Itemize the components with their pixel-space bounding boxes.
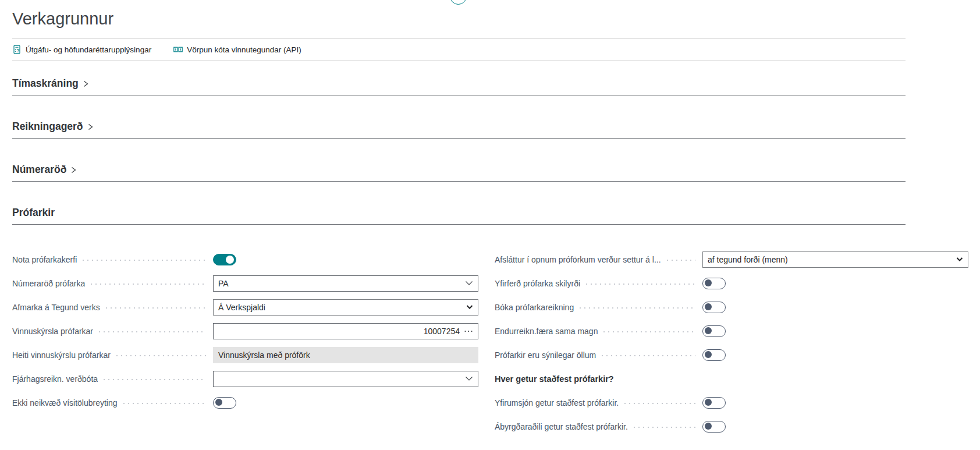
field-label: Yfirumsjón getur staðfest prófarkir. [495,398,619,408]
divider [12,60,906,61]
section-header-profarkir[interactable]: Prófarkir [12,207,55,219]
toggle-abyrgdaradili-getur-stadfest[interactable] [702,421,726,433]
chevron-right-icon [87,122,94,132]
section-numerarod: Númeraröð [12,164,906,182]
group-subheader: Hver getur staðfest prófarkir? [495,374,614,384]
action-worktype-mapping[interactable]: Vörpun kóta vinnutegundar (API) [173,45,301,54]
section-header-numerarod[interactable]: Númeraröð [12,164,77,176]
field-row-heiti-vinnuskyrslu: Heiti vinnuskýrslu prófarkar Vinnuskýrsl… [12,343,478,367]
heiti-vinnuskyrslu-field: Vinnuskýrsla með próförk [213,347,478,363]
action-bar: ? Útgáfu- og höfundaréttarupplýsingar Vö… [12,39,906,60]
field-row-yfirferd-skilyrdi: Yfirferð prófarka skilyrði [495,271,968,295]
toggle-nota-profarkakerfi[interactable] [213,254,236,265]
field-label: Nota prófarkakerfi [12,255,77,264]
dotted-leader [104,379,206,380]
toggle-profarkir-eru-synilegar-ollum[interactable] [702,349,726,361]
toggle-yfirferd-profarka-skilyrdi[interactable] [702,278,726,289]
fields-column-left: Nota prófarkakerfi Númeraröð prófarka [12,247,478,438]
section-profarkir: Prófarkir Nota prófarkakerfi [12,207,906,438]
section-rule [12,138,906,139]
afslattur-select[interactable]: af tegund forði (menn) [702,251,968,268]
select-value: Á Verkspjaldi [218,303,265,312]
field-label: Ábyrgðaraðili getur staðfest prófarkir. [495,422,628,431]
profarkir-fields: Nota prófarkakerfi Númeraröð prófarka [12,247,906,438]
chevron-down-icon [466,304,473,310]
dotted-leader [99,331,206,332]
vinnuskyrsla-profarkar-input[interactable] [218,327,460,336]
field-label: Yfirferð prófarka skilyrði [495,279,580,288]
section-title: Reikningagerð [12,121,83,133]
fjarhagsreikn-verdbota-input[interactable] [218,374,461,384]
field-label: Bóka prófarkareikning [495,303,574,312]
dotted-leader [580,307,695,309]
dotted-leader [624,403,695,404]
toggle-ekki-neikvaed-visitolubreyting[interactable] [213,397,236,409]
field-row-numerarod-profarka: Númeraröð prófarka [12,271,478,295]
toggle-knob [226,256,234,264]
toggle-yfirumsjon-getur-stadfest[interactable] [702,397,726,409]
section-rule [12,95,906,95]
toggle-knob [215,399,222,406]
field-row-vinnuskyrsla-profarkar: Vinnuskýrsla prófarkar [12,319,478,343]
scroll-indicator-button[interactable] [450,0,467,5]
toggle-knob [705,423,712,430]
field-label: Prófarkir eru sýnilegar öllum [495,350,596,360]
toggle-knob [705,351,712,358]
field-label: Fjárhagsreikn. verðbóta [12,374,98,384]
action-release-info-label: Útgáfu- og höfundaréttarupplýsingar [26,45,151,54]
assist-edit-icon[interactable] [464,329,473,333]
field-row-nota-profarkakerfi: Nota prófarkakerfi [12,247,478,271]
section-title: Númeraröð [12,164,66,176]
select-value: af tegund forði (menn) [708,255,788,264]
section-timaskraning: Tímaskráning [12,77,906,95]
dotted-leader [586,284,695,285]
fields-column-right: Afsláttur í opnum próförkum verður settu… [495,247,968,438]
section-title: Prófarkir [12,207,55,219]
chevron-right-icon [83,79,89,88]
code-mapping-icon [173,45,183,54]
toggle-boka-profarkareikning[interactable] [702,302,726,313]
field-label: Afmarka á Tegund verks [12,303,100,312]
dotted-leader [123,403,206,404]
vinnuskyrsla-profarkar-field [213,323,478,339]
section-rule [12,181,906,182]
field-row-boka-profarkareikning: Bóka prófarkareikning [495,295,968,319]
dotted-leader [602,355,695,356]
toggle-endurreikn-faera-sama-magn[interactable] [702,325,726,337]
chevron-right-icon [70,165,77,175]
numerarod-profarka-field [213,275,478,292]
subheader-row-hver-getur-stadfest: Hver getur staðfest prófarkir? [495,367,968,391]
verkagrunnur-setup-page: Verkagrunnur ? Útgáfu- og höfundaréttaru… [0,0,980,450]
field-label: Heiti vinnuskýrslu prófarkar [12,350,111,360]
toggle-knob [705,303,712,310]
toggle-knob [705,279,712,286]
chevron-down-icon[interactable] [465,376,473,381]
chevron-down-icon [956,257,963,262]
field-label: Afsláttur í opnum próförkum verður settu… [495,255,661,264]
dotted-leader [91,284,206,285]
section-title: Tímaskráning [12,77,79,90]
section-header-timaskraning[interactable]: Tímaskráning [12,77,89,90]
field-label: Vinnuskýrsla prófarkar [12,327,93,336]
field-row-afslattur: Afsláttur í opnum próförkum verður settu… [495,247,968,271]
chevron-down-icon[interactable] [465,281,473,286]
afmarka-tegund-verks-select[interactable]: Á Verkspjaldi [213,299,478,316]
field-row-afmarka-tegund-verks: Afmarka á Tegund verks Á Verkspjaldi [12,295,478,319]
report-document-icon: ? [12,45,22,54]
section-reikningagerd: Reikningagerð [12,121,906,139]
section-rule [12,224,906,225]
section-header-reikningagerd[interactable]: Reikningagerð [12,121,94,133]
field-row-endurreikn: Endurreikn.færa sama magn [495,319,968,343]
toggle-knob [705,327,712,334]
fjarhagsreikn-verdbota-field [213,371,478,387]
field-label: Númeraröð prófarka [12,279,85,288]
field-row-fjarhagsreikn-verdbota: Fjárhagsreikn. verðbóta [12,367,478,391]
dotted-leader [603,331,695,332]
dotted-leader [116,355,206,356]
dotted-leader [106,307,206,309]
field-row-ekki-neikvaed: Ekki neikvæð vísitölubreyting [12,391,478,414]
numerarod-profarka-input[interactable] [218,279,461,288]
action-release-info[interactable]: ? Útgáfu- og höfundaréttarupplýsingar [12,45,151,54]
dotted-leader [667,260,695,261]
field-row-yfirumsjon-stadfest: Yfirumsjón getur staðfest prófarkir. [495,391,968,414]
